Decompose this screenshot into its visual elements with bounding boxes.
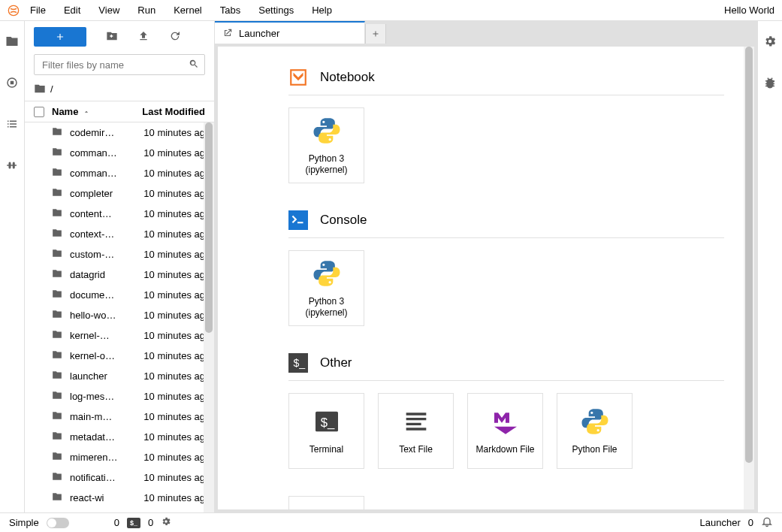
menu-tabs[interactable]: Tabs [220, 5, 240, 16]
folder-icon [52, 471, 62, 484]
folder-icon [52, 289, 62, 301]
textfile-card[interactable]: Text File [378, 393, 454, 469]
breadcrumb-root: / [50, 83, 53, 95]
column-modified[interactable]: Last Modified [122, 106, 205, 117]
card-label: Terminal [309, 444, 343, 455]
folder-icon [52, 370, 62, 382]
file-name: hello-wo… [70, 310, 136, 321]
terminal-status-icon[interactable]: $_ [127, 518, 140, 528]
other-section-title: Other [320, 355, 352, 370]
menu-view[interactable]: View [98, 5, 119, 16]
file-row[interactable]: notificati…10 minutes ag [25, 467, 214, 488]
file-modified: 10 minutes ag [136, 330, 205, 341]
settings-status-icon[interactable] [161, 516, 171, 529]
file-modified: 10 minutes ag [136, 289, 205, 301]
file-row[interactable]: react-wi10 minutes ag [25, 488, 214, 508]
extra-card-icon [312, 504, 342, 509]
launcher-scrollbar[interactable] [744, 47, 754, 509]
upload-icon[interactable] [137, 30, 149, 44]
file-row[interactable]: docume…10 minutes ag [25, 285, 214, 305]
new-folder-icon[interactable] [106, 30, 118, 44]
kernel-count: 0 [114, 517, 119, 528]
file-list: codemir…10 minutes agcomman…10 minutes a… [25, 122, 214, 512]
file-list-scrollbar[interactable] [204, 122, 214, 512]
file-name: completer [70, 188, 136, 199]
file-row[interactable]: comman…10 minutes ag [25, 143, 214, 163]
file-row[interactable]: launcher10 minutes ag [25, 366, 214, 386]
console-python3-card[interactable]: Python 3 (ipykernel) [288, 250, 364, 326]
extra-card[interactable] [288, 496, 364, 509]
select-all-checkbox[interactable] [34, 107, 44, 117]
file-row[interactable]: main-m…10 minutes ag [25, 407, 214, 427]
file-modified: 10 minutes ag [136, 208, 205, 219]
debugger-icon[interactable] [763, 76, 777, 92]
file-row[interactable]: completer10 minutes ag [25, 183, 214, 204]
folder-icon [52, 451, 62, 464]
folder-icon [52, 491, 62, 504]
terminal-card[interactable]: $_ Terminal [288, 393, 364, 469]
file-row[interactable]: datagrid10 minutes ag [25, 264, 214, 285]
folder-icon [52, 268, 62, 281]
new-launcher-button[interactable] [34, 27, 86, 47]
menu-file[interactable]: File [30, 5, 46, 16]
file-filter-input[interactable] [34, 54, 205, 75]
file-modified: 10 minutes ag [136, 370, 205, 382]
console-section-icon [288, 210, 308, 230]
file-row[interactable]: custom-…10 minutes ag [25, 244, 214, 264]
file-row[interactable]: hello-wo…10 minutes ag [25, 305, 214, 325]
folder-icon [52, 207, 62, 220]
pythonfile-card[interactable]: Python File [557, 393, 633, 469]
refresh-icon[interactable] [169, 30, 181, 44]
file-row[interactable]: log-mes…10 minutes ag [25, 386, 214, 407]
tab-launcher[interactable]: Launcher [215, 21, 365, 44]
simple-label: Simple [9, 517, 39, 528]
file-row[interactable]: kernel-…10 minutes ag [25, 325, 214, 346]
console-section-title: Console [320, 213, 367, 228]
menu-run[interactable]: Run [137, 5, 155, 16]
breadcrumb[interactable]: / [25, 77, 214, 101]
file-modified: 10 minutes ag [136, 127, 205, 138]
simple-toggle[interactable] [47, 518, 69, 528]
file-row[interactable]: mimeren…10 minutes ag [25, 447, 214, 467]
file-name: kernel-… [70, 330, 136, 341]
folder-icon [52, 147, 62, 159]
file-name: context-… [70, 228, 136, 240]
card-label: Python 3 (ipykernel) [305, 153, 347, 175]
file-row[interactable]: kernel-o…10 minutes ag [25, 346, 214, 366]
file-name: kernel-o… [70, 350, 136, 361]
file-modified: 10 minutes ag [136, 228, 205, 240]
jupyter-logo-icon [8, 5, 20, 17]
notebook-python3-card[interactable]: Python 3 (ipykernel) [288, 107, 364, 183]
menu-kernel[interactable]: Kernel [174, 5, 202, 16]
file-modified: 10 minutes ag [136, 147, 205, 159]
property-inspector-icon[interactable] [763, 35, 777, 50]
extensions-icon[interactable] [5, 159, 19, 174]
file-browser-icon[interactable] [5, 35, 19, 50]
file-row[interactable]: context-…10 minutes ag [25, 224, 214, 244]
new-tab-button[interactable] [365, 24, 386, 44]
column-name[interactable]: Name [52, 106, 122, 117]
menu-edit[interactable]: Edit [64, 5, 80, 16]
status-bar: Simple 0 $_ 0 Launcher 0 [0, 512, 782, 532]
file-row[interactable]: comman…10 minutes ag [25, 163, 214, 183]
work-area: Launcher Notebook Python 3 (ipy [215, 21, 757, 512]
folder-icon [52, 329, 62, 342]
file-toolbar [25, 21, 214, 53]
markdown-card[interactable]: Markdown File [467, 393, 543, 469]
folder-icon [52, 349, 62, 362]
file-row[interactable]: content…10 minutes ag [25, 204, 214, 224]
card-label: Markdown File [476, 444, 534, 455]
status-right-count: 0 [748, 517, 753, 528]
toc-icon[interactable] [5, 117, 19, 133]
file-row[interactable]: metadat…10 minutes ag [25, 427, 214, 447]
file-modified: 10 minutes ag [136, 452, 205, 463]
launcher-body: Notebook Python 3 (ipykernel) Con [218, 47, 754, 509]
running-icon[interactable] [5, 76, 19, 92]
folder-icon [34, 83, 46, 95]
file-row[interactable]: codemir…10 minutes ag [25, 122, 214, 143]
menu-help[interactable]: Help [312, 5, 332, 16]
notification-bell-icon[interactable] [761, 515, 773, 530]
menu-settings[interactable]: Settings [258, 5, 294, 16]
card-label: Python File [572, 444, 617, 455]
file-modified: 10 minutes ag [136, 472, 205, 483]
